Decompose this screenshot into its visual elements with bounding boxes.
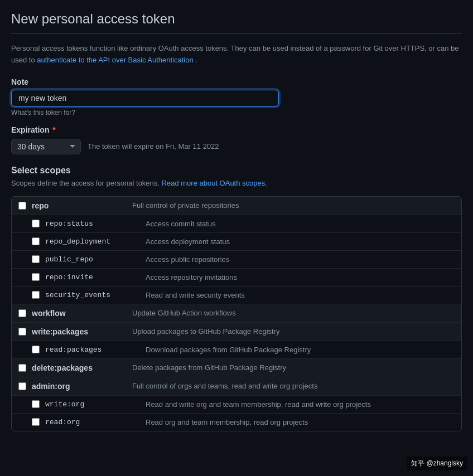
- scope-name-read-org: read:org: [45, 418, 146, 426]
- scope-row-write-org: write:org Read and write org and team me…: [12, 396, 461, 414]
- checkbox-delete-packages[interactable]: [18, 364, 26, 372]
- expiration-group: Expiration * 7 days 30 days 60 days 90 d…: [11, 125, 462, 154]
- note-label: Note: [11, 77, 462, 86]
- checkbox-read-org[interactable]: [32, 418, 40, 426]
- note-input[interactable]: [11, 90, 279, 106]
- scope-row-admin-org: admin:org Full control of orgs and teams…: [12, 377, 461, 396]
- checkbox-security-events[interactable]: [32, 291, 40, 299]
- scope-desc-public-repo: Access public repositories: [146, 255, 455, 264]
- scope-row-repo: repo Full control of private repositorie…: [12, 197, 461, 215]
- checkbox-admin-org[interactable]: [18, 382, 26, 390]
- scope-name-repo-status: repo:status: [45, 220, 146, 228]
- note-hint: What's this token for?: [11, 109, 462, 116]
- note-group: Note What's this token for?: [11, 77, 462, 116]
- scope-row-workflow: workflow Update GitHub Action workflows: [12, 304, 461, 323]
- scope-desc-security-events: Read and write security events: [146, 291, 455, 299]
- expiration-label: Expiration *: [11, 125, 462, 134]
- expiry-note: The token will expire on Fri, Mar 11 202…: [88, 142, 219, 150]
- checkbox-repo-deployment[interactable]: [32, 237, 40, 245]
- scope-name-public-repo: public_repo: [45, 255, 146, 264]
- scope-name-admin-org: admin:org: [32, 382, 132, 391]
- scopes-description: Scopes define the access for personal to…: [11, 179, 462, 187]
- checkbox-write-packages[interactable]: [18, 328, 26, 336]
- checkbox-repo-invite[interactable]: [32, 273, 40, 281]
- scopes-table: repo Full control of private repositorie…: [11, 196, 462, 431]
- scopes-title: Select scopes: [11, 166, 462, 176]
- page-title: New personal access token: [11, 11, 462, 34]
- scope-name-workflow: workflow: [32, 309, 132, 318]
- scope-name-delete-packages: delete:packages: [32, 363, 132, 372]
- checkbox-repo-status[interactable]: [32, 220, 40, 227]
- scope-desc-workflow: Update GitHub Action workflows: [132, 309, 455, 317]
- oauth-scopes-link[interactable]: Read more about OAuth scopes.: [162, 179, 267, 187]
- scope-desc-write-packages: Upload packages to GitHub Package Regist…: [132, 327, 455, 336]
- scope-name-write-packages: write:packages: [32, 327, 132, 336]
- scope-name-read-packages: read:packages: [45, 346, 146, 354]
- description-text-2: .: [195, 56, 197, 64]
- scope-desc-delete-packages: Delete packages from GitHub Package Regi…: [132, 363, 455, 372]
- scope-row-read-org: read:org Read org and team membership, r…: [12, 414, 461, 431]
- scope-name-write-org: write:org: [45, 400, 146, 409]
- description: Personal access tokens function like ord…: [11, 43, 462, 66]
- scope-desc-repo-status: Access commit status: [146, 220, 455, 228]
- scope-desc-repo-deployment: Access deployment status: [146, 237, 455, 246]
- api-auth-link[interactable]: authenticate to the API over Basic Authe…: [37, 56, 193, 64]
- scope-row-repo-deployment: repo_deployment Access deployment status: [12, 233, 461, 251]
- scope-name-repo: repo: [32, 201, 132, 210]
- scope-row-security-events: security_events Read and write security …: [12, 286, 461, 304]
- scope-desc-repo: Full control of private repositories: [132, 201, 455, 210]
- page-container: New personal access token Personal acces…: [0, 0, 473, 443]
- expiration-row: 7 days 30 days 60 days 90 days Custom...…: [11, 139, 462, 154]
- required-indicator: *: [52, 125, 55, 134]
- scope-desc-write-org: Read and write org and team membership, …: [146, 400, 455, 409]
- scope-desc-read-packages: Download packages from GitHub Package Re…: [146, 346, 455, 354]
- scope-row-public-repo: public_repo Access public repositories: [12, 251, 461, 269]
- watermark: 知乎 @zhanglsky: [407, 456, 467, 470]
- checkbox-repo[interactable]: [18, 202, 26, 210]
- scope-row-delete-packages: delete:packages Delete packages from Git…: [12, 359, 461, 377]
- scope-desc-repo-invite: Access repository invitations: [146, 273, 455, 281]
- scopes-section: Select scopes Scopes define the access f…: [11, 166, 462, 431]
- scope-row-repo-invite: repo:invite Access repository invitation…: [12, 269, 461, 286]
- checkbox-read-packages[interactable]: [32, 346, 40, 353]
- checkbox-public-repo[interactable]: [32, 255, 40, 263]
- scope-desc-admin-org: Full control of orgs and teams, read and…: [132, 382, 455, 390]
- scope-name-security-events: security_events: [45, 291, 146, 299]
- scope-name-repo-deployment: repo_deployment: [45, 237, 146, 246]
- expiration-select[interactable]: 7 days 30 days 60 days 90 days Custom...…: [11, 139, 81, 154]
- scope-row-write-packages: write:packages Upload packages to GitHub…: [12, 323, 461, 341]
- checkbox-write-org[interactable]: [32, 400, 40, 408]
- checkbox-workflow[interactable]: [18, 309, 26, 317]
- scope-row-repo-status: repo:status Access commit status: [12, 215, 461, 233]
- scope-row-read-packages: read:packages Download packages from Git…: [12, 341, 461, 359]
- scope-desc-read-org: Read org and team membership, read org p…: [146, 418, 455, 426]
- scope-name-repo-invite: repo:invite: [45, 273, 146, 281]
